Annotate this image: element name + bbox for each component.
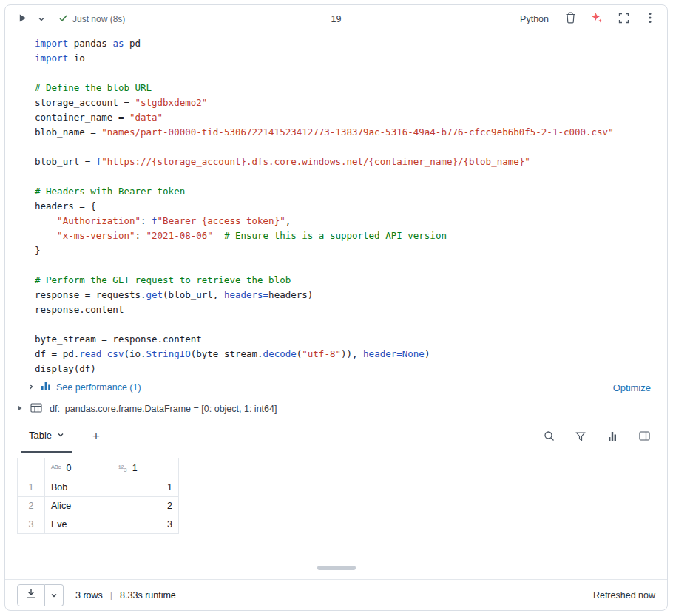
tab-table-label: Table bbox=[29, 430, 52, 441]
run-status-text: Just now (8s) bbox=[72, 14, 125, 24]
language-selector[interactable]: Python bbox=[520, 14, 549, 24]
code-line bbox=[35, 258, 658, 273]
code-line: response = requests.get(blob_url, header… bbox=[35, 288, 658, 302]
stats-separator: | bbox=[110, 590, 112, 600]
result-stats: 3 rows | 8.33s runtime bbox=[75, 590, 176, 600]
add-visualization-button[interactable]: + bbox=[89, 419, 103, 453]
column-name: 1 bbox=[132, 463, 138, 473]
performance-chevron-icon[interactable] bbox=[27, 382, 35, 393]
output-tab-bar: Table + bbox=[5, 419, 667, 453]
data-profile-icon[interactable] bbox=[604, 428, 620, 444]
code-line: import pandas as pd bbox=[35, 36, 658, 51]
code-line: # Perform the GET request to retrieve th… bbox=[35, 273, 658, 288]
code-editor[interactable]: import pandas as pdimport io # Define th… bbox=[5, 33, 667, 379]
output-footer: 3 rows | 8.33s runtime Refreshed now bbox=[5, 579, 667, 610]
result-table: ᴬᴮᶜ0¹²₃11Bob12Alice23Eve3 bbox=[17, 458, 179, 534]
trash-icon bbox=[565, 12, 576, 27]
assistant-sparkle-button[interactable] bbox=[589, 11, 605, 27]
table-row: 3Eve3 bbox=[18, 515, 179, 534]
table-cell[interactable]: Eve bbox=[45, 515, 112, 534]
code-line: import io bbox=[35, 51, 658, 66]
code-line: blob_name = "names/part-00000-tid-530672… bbox=[35, 125, 658, 140]
code-line: "x-ms-version": "2021-08-06" # Ensure th… bbox=[35, 229, 658, 243]
row-index: 3 bbox=[18, 515, 45, 534]
bar-chart-icon bbox=[41, 382, 51, 393]
table-cell[interactable]: 3 bbox=[112, 515, 179, 534]
side-panel-icon[interactable] bbox=[636, 428, 652, 444]
code-line: # Define the blob URL bbox=[35, 81, 658, 95]
code-line: response.content bbox=[35, 302, 658, 317]
row-index: 2 bbox=[18, 497, 45, 515]
table-row: 1Bob1 bbox=[18, 478, 179, 497]
dataframe-table-icon bbox=[30, 403, 42, 415]
code-line bbox=[35, 140, 658, 155]
table-corner-cell bbox=[18, 458, 45, 478]
code-line bbox=[35, 317, 658, 332]
code-line: # Headers with Bearer token bbox=[35, 184, 658, 199]
cell-menu-button[interactable] bbox=[642, 11, 658, 27]
cell-number: 19 bbox=[331, 14, 342, 24]
int-type-icon: ¹²₃ bbox=[118, 464, 127, 473]
code-line: container_name = "data" bbox=[35, 110, 658, 125]
see-performance-link[interactable]: See performance (1) bbox=[41, 382, 141, 393]
table-toolbar-icons bbox=[541, 419, 655, 453]
success-check-icon bbox=[58, 13, 68, 25]
code-line: storage_account = "stgdbxdemo2" bbox=[35, 95, 658, 110]
refreshed-status: Refreshed now bbox=[593, 590, 655, 600]
search-icon[interactable] bbox=[541, 428, 557, 444]
chevron-down-icon bbox=[50, 589, 58, 602]
download-button[interactable] bbox=[17, 584, 45, 606]
filter-funnel-icon[interactable] bbox=[572, 428, 589, 444]
chevron-down-icon bbox=[38, 13, 45, 26]
tab-table[interactable]: Table bbox=[21, 419, 72, 453]
table-header-row: ᴬᴮᶜ0¹²₃1 bbox=[18, 458, 179, 478]
code-line bbox=[35, 66, 658, 81]
table-cell[interactable]: Bob bbox=[45, 478, 112, 497]
result-summary-text: df: pandas.core.frame.DataFrame = [0: ob… bbox=[50, 404, 277, 414]
string-type-icon: ᴬᴮᶜ bbox=[51, 464, 61, 473]
toolbar-actions: Python bbox=[520, 11, 658, 27]
download-options-chevron-button[interactable] bbox=[45, 584, 64, 606]
column-header-1[interactable]: ¹²₃1 bbox=[112, 458, 179, 478]
performance-row: See performance (1) Optimize bbox=[5, 379, 667, 397]
play-icon bbox=[18, 13, 27, 26]
output-resize-handle[interactable] bbox=[317, 566, 356, 570]
expand-result-triangle-icon bbox=[17, 404, 23, 414]
kebab-menu-icon bbox=[649, 12, 652, 27]
table-output-area: ᴬᴮᶜ0¹²₃11Bob12Alice23Eve3 bbox=[5, 453, 667, 534]
column-header-0[interactable]: ᴬᴮᶜ0 bbox=[45, 458, 112, 478]
code-line: display(df) bbox=[35, 362, 658, 376]
code-line: } bbox=[35, 243, 658, 258]
row-count: 3 rows bbox=[75, 590, 103, 600]
code-line: df = pd.read_csv(io.StringIO(byte_stream… bbox=[35, 347, 658, 362]
table-row: 2Alice2 bbox=[18, 497, 179, 515]
table-cell[interactable]: 1 bbox=[112, 478, 179, 497]
see-performance-label: See performance (1) bbox=[56, 382, 141, 393]
download-tray-icon bbox=[25, 588, 37, 602]
table-cell[interactable]: Alice bbox=[45, 497, 112, 515]
run-cell-button[interactable] bbox=[14, 11, 30, 27]
code-line: "Authorization": f"Bearer {access_token}… bbox=[35, 214, 658, 229]
runtime: 8.33s runtime bbox=[120, 590, 176, 600]
code-line: blob_url = f"https://{storage_account}.d… bbox=[35, 155, 658, 169]
run-controls: Just now (8s) bbox=[14, 11, 125, 27]
code-line: headers = { bbox=[35, 199, 658, 214]
table-cell[interactable]: 2 bbox=[112, 497, 179, 515]
optimize-link[interactable]: Optimize bbox=[613, 382, 655, 393]
expand-icon bbox=[618, 13, 629, 27]
run-options-chevron-button[interactable] bbox=[33, 11, 50, 27]
column-name: 0 bbox=[66, 463, 71, 473]
code-line bbox=[35, 169, 658, 184]
cell-toolbar: Just now (8s) 19 Python bbox=[5, 5, 667, 33]
run-status: Just now (8s) bbox=[58, 13, 125, 25]
expand-cell-button[interactable] bbox=[615, 11, 632, 27]
chevron-down-icon bbox=[57, 430, 64, 441]
sparkle-icon bbox=[591, 12, 603, 27]
download-split-button bbox=[17, 584, 64, 606]
delete-cell-button[interactable] bbox=[562, 11, 578, 27]
row-index: 1 bbox=[18, 478, 45, 497]
notebook-cell: Just now (8s) 19 Python import pandas as… bbox=[4, 4, 668, 611]
code-line: byte_stream = response.content bbox=[35, 332, 658, 347]
output-spacer bbox=[5, 534, 667, 579]
result-summary-row[interactable]: df: pandas.core.frame.DataFrame = [0: ob… bbox=[5, 399, 667, 419]
